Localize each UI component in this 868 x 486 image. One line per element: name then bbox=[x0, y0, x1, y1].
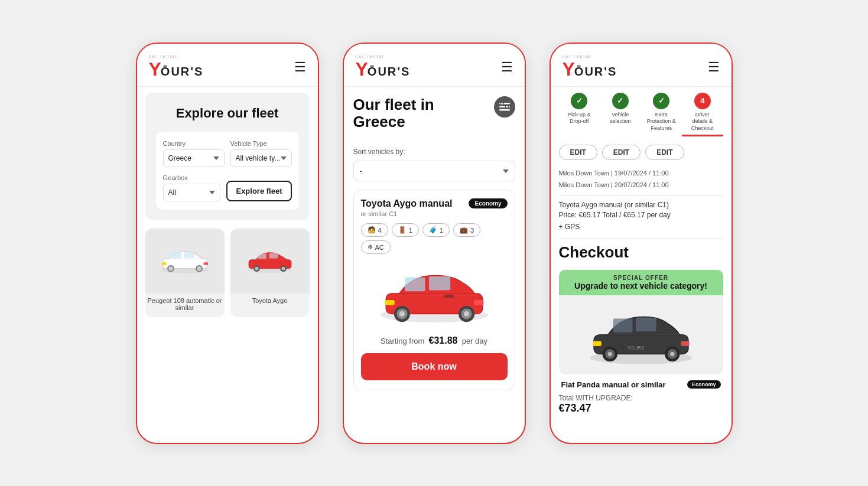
hamburger-menu-1[interactable]: ☰ bbox=[294, 61, 306, 74]
step-label-4: Driverdetails &Checkout bbox=[691, 112, 714, 132]
edit-buttons-row: EDIT EDIT EDIT bbox=[559, 145, 723, 160]
vehicle-similar: or similar C1 bbox=[361, 210, 508, 217]
phone-screen-2: car rental Y ŌUR'S ☰ Our fleet inGreece bbox=[343, 43, 526, 444]
hamburger-menu-3[interactable]: ☰ bbox=[708, 61, 720, 74]
vehicle-card: Toyota Aygo manual Economy or similar C1… bbox=[353, 190, 515, 390]
logo-1: car rental Y ŌUR'S bbox=[149, 54, 204, 80]
special-offer-tag: SPECIAL OFFER bbox=[564, 275, 719, 281]
door-icon: 🚪 bbox=[398, 226, 407, 234]
sort-select[interactable]: - bbox=[353, 161, 515, 181]
price-from-label: Starting from bbox=[381, 337, 424, 345]
header-2: car rental Y ŌUR'S ☰ bbox=[344, 44, 525, 86]
vehicle-type-select[interactable]: All vehicle ty... bbox=[230, 149, 292, 167]
feature-seats: 🧑 4 bbox=[361, 223, 388, 237]
svg-rect-37 bbox=[613, 318, 632, 332]
smallbag-icon: 💼 bbox=[460, 226, 468, 234]
edit-button-1[interactable]: EDIT bbox=[559, 145, 597, 160]
booking-price: Price: €65.17 Total / €65.17 per day bbox=[559, 211, 723, 219]
vehicle-image bbox=[361, 261, 508, 328]
logo-text-3: ŌUR'S bbox=[574, 65, 617, 79]
logo-text-2: ŌUR'S bbox=[368, 65, 411, 79]
svg-rect-13 bbox=[269, 253, 278, 258]
edit-button-3[interactable]: EDIT bbox=[645, 145, 684, 160]
filter-button[interactable] bbox=[494, 96, 515, 118]
car-card-1: Peugeot 108 automatic or similar bbox=[145, 229, 225, 317]
step-circle-3: ✓ bbox=[653, 93, 669, 109]
filter-row-1: Country Greece Vehicle Type All vehicle … bbox=[163, 140, 292, 167]
upgrade-car-image: YOURS bbox=[559, 295, 723, 374]
svg-point-41 bbox=[607, 352, 612, 356]
svg-point-22 bbox=[505, 105, 508, 108]
svg-point-32 bbox=[464, 311, 469, 317]
svg-rect-46 bbox=[681, 341, 690, 345]
seat-count: 4 bbox=[378, 227, 382, 234]
svg-rect-8 bbox=[162, 262, 167, 265]
logo-tagline-2: car rental bbox=[356, 54, 385, 58]
step-label-2: Vehicleselection bbox=[610, 112, 631, 125]
step-label-1: Pick-up &Drop-off bbox=[568, 112, 591, 125]
fleet-title: Our fleet inGreece bbox=[353, 96, 434, 132]
logo-y-1: Y bbox=[149, 58, 161, 80]
special-offer-message: Upgrade to next vehicle category! bbox=[564, 281, 719, 291]
logo-text-1: ŌUR'S bbox=[161, 65, 204, 79]
logo-tagline-1: car rental bbox=[149, 54, 178, 58]
svg-point-44 bbox=[670, 352, 674, 356]
header-3: car rental Y ŌUR'S ☰ bbox=[551, 44, 732, 86]
filter-section: Country Greece Vehicle Type All vehicle … bbox=[156, 132, 299, 210]
filter-gearbox-label: Gearbox bbox=[163, 174, 221, 181]
svg-rect-9 bbox=[203, 262, 208, 265]
hamburger-menu-2[interactable]: ☰ bbox=[501, 61, 513, 74]
gearbox-select[interactable]: All bbox=[163, 184, 221, 201]
vehicle-features: 🧑 4 🚪 1 🧳 1 💼 3 ❄ AC bbox=[361, 223, 508, 254]
logo-tagline-3: car rental bbox=[563, 54, 591, 58]
door-count: 1 bbox=[409, 227, 412, 234]
step-underline-1 bbox=[559, 128, 600, 129]
step-underline-3 bbox=[641, 135, 682, 136]
bigbag-icon: 🧳 bbox=[429, 226, 437, 234]
special-offer-section: SPECIAL OFFER Upgrade to next vehicle ca… bbox=[559, 270, 723, 415]
bigbag-count: 1 bbox=[440, 227, 443, 234]
smallbag-count: 3 bbox=[470, 227, 474, 234]
total-price: €73.47 bbox=[559, 402, 723, 415]
upgrade-car-badge: Economy bbox=[687, 380, 721, 389]
step-4: 4 Driverdetails &Checkout bbox=[682, 93, 723, 136]
pricing-row: Starting from €31.88 per day bbox=[361, 335, 508, 346]
steps-bar: ✓ Pick-up &Drop-off ✓ Vehicleselection ✓… bbox=[559, 93, 723, 136]
upgrade-car-footer: Fiat Panda manual or similar Economy bbox=[559, 380, 723, 389]
step-underline-4 bbox=[682, 135, 723, 136]
svg-point-21 bbox=[500, 103, 503, 105]
step-label-3: ExtraProtection &Features bbox=[647, 112, 676, 132]
svg-rect-45 bbox=[593, 341, 602, 345]
feature-smallbag: 💼 3 bbox=[453, 223, 480, 237]
ac-icon: ❄ bbox=[368, 243, 373, 251]
vehicle-card-header: Toyota Aygo manual Economy bbox=[361, 198, 508, 209]
explore-fleet-button[interactable]: Explore fleet bbox=[226, 181, 291, 201]
vehicle-badge: Economy bbox=[469, 198, 507, 208]
special-offer-banner: SPECIAL OFFER Upgrade to next vehicle ca… bbox=[559, 270, 723, 295]
car-image-1 bbox=[145, 229, 225, 293]
filter-country-col: Country Greece bbox=[163, 140, 225, 167]
booking-car: Toyota Aygo manual (or similar C1) bbox=[559, 201, 723, 209]
cars-grid: Peugeot 108 automatic or similar bbox=[145, 229, 310, 317]
car-image-2 bbox=[230, 229, 310, 293]
seat-icon: 🧑 bbox=[368, 226, 376, 234]
phone-screen-1: car rental Y ŌUR'S ☰ Explore our fleet C… bbox=[136, 43, 319, 444]
checkout-title: Checkout bbox=[559, 243, 723, 262]
step-circle-2: ✓ bbox=[612, 93, 629, 109]
logo-3: car rental Y ŌUR'S bbox=[563, 54, 617, 80]
filter-gearbox-row: Gearbox All Explore fleet bbox=[163, 174, 292, 201]
sort-label: Sort vehicles by: bbox=[353, 148, 405, 156]
screen3-body: ✓ Pick-up &Drop-off ✓ Vehicleselection ✓… bbox=[551, 87, 732, 415]
filter-vehicletype-col: Vehicle Type All vehicle ty... bbox=[230, 140, 292, 167]
book-now-button[interactable]: Book now bbox=[361, 353, 508, 380]
ac-label: AC bbox=[375, 244, 384, 251]
country-select[interactable]: Greece bbox=[163, 149, 225, 167]
svg-point-15 bbox=[255, 266, 258, 270]
step-2: ✓ Vehicleselection bbox=[600, 93, 641, 129]
screen2-body: Our fleet inGreece Sort vehicles by: - bbox=[344, 87, 525, 391]
booking-extras: + GPS bbox=[559, 223, 723, 231]
edit-button-2[interactable]: EDIT bbox=[602, 145, 641, 160]
svg-rect-25 bbox=[405, 278, 425, 292]
step-3: ✓ ExtraProtection &Features bbox=[641, 93, 682, 136]
sort-select-row: - bbox=[353, 161, 515, 181]
